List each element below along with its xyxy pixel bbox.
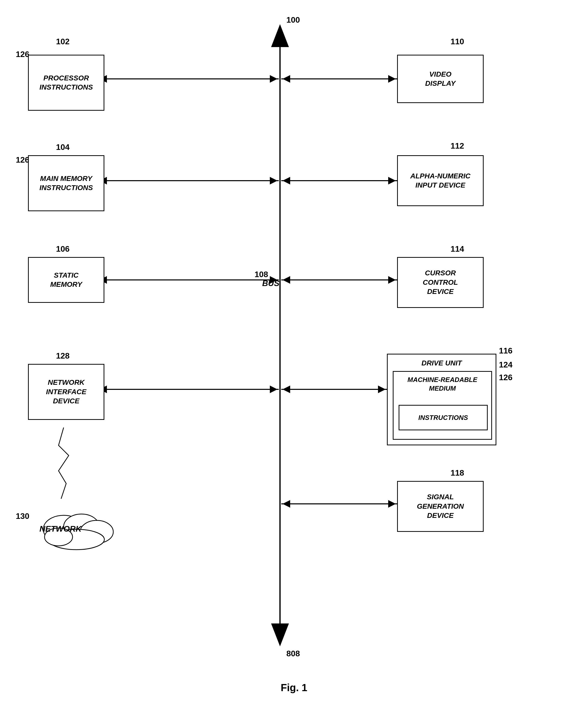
machine-readable-label: MACHINE-READABLE MEDIUM (394, 375, 491, 393)
label-104: 104 (56, 143, 69, 152)
label-128: 128 (56, 351, 69, 361)
svg-marker-7 (282, 75, 290, 83)
video-display-box: VIDEO DISPLAY (397, 55, 484, 103)
label-118: 118 (450, 468, 464, 478)
svg-marker-20 (388, 276, 396, 284)
instructions-box: INSTRUCTIONS (399, 405, 488, 430)
label-126-2: 126 (16, 155, 29, 165)
label-114: 114 (450, 244, 464, 254)
label-102: 102 (56, 37, 69, 46)
svg-marker-19 (282, 276, 290, 284)
label-116: 116 (499, 346, 512, 356)
svg-marker-8 (388, 75, 396, 83)
static-memory-label: STATIC MEMORY (50, 271, 82, 289)
machine-readable-outer-box: MACHINE-READABLE MEDIUM INSTRUCTIONS (393, 371, 492, 440)
network-interface-label: NETWORK INTERFACE DEVICE (46, 378, 87, 406)
label-100: 100 (286, 15, 300, 25)
diagram: 100 102 126 PROCESSOR INSTRUCTIONS 110 V… (0, 0, 588, 711)
cursor-control-box: CURSOR CONTROL DEVICE (397, 257, 484, 308)
label-112: 112 (450, 141, 464, 151)
svg-marker-29 (388, 500, 396, 508)
svg-marker-25 (282, 386, 290, 393)
label-108: 108 (255, 270, 268, 279)
svg-point-32 (80, 520, 113, 543)
video-display-label: VIDEO DISPLAY (425, 70, 455, 88)
network-label: NETWORK (39, 524, 81, 534)
figure-label: Fig. 1 (255, 682, 333, 693)
svg-marker-13 (282, 177, 290, 185)
main-memory-label: MAIN MEMORY INSTRUCTIONS (39, 174, 93, 193)
label-130: 130 (16, 512, 29, 521)
instructions-label: INSTRUCTIONS (418, 414, 468, 422)
svg-marker-14 (388, 177, 396, 185)
signal-generation-box: SIGNAL GENERATION DEVICE (397, 481, 484, 532)
network-interface-box: NETWORK INTERFACE DEVICE (28, 364, 104, 420)
svg-marker-11 (270, 177, 277, 185)
label-106: 106 (56, 244, 69, 254)
svg-marker-26 (378, 386, 386, 393)
svg-marker-1 (271, 24, 289, 47)
processor-box: PROCESSOR INSTRUCTIONS (28, 55, 104, 111)
label-126-1: 126 (16, 50, 29, 59)
svg-marker-28 (282, 500, 290, 508)
label-808: 808 (286, 649, 300, 658)
drive-unit-label: DRIVE UNIT (388, 359, 496, 367)
alpha-numeric-box: ALPHA-NUMERIC INPUT DEVICE (397, 155, 484, 206)
drive-unit-outer-box: DRIVE UNIT MACHINE-READABLE MEDIUM INSTR… (387, 354, 496, 445)
svg-marker-2 (271, 623, 289, 646)
label-124: 124 (499, 360, 512, 369)
label-110: 110 (450, 37, 464, 46)
signal-generation-label: SIGNAL GENERATION DEVICE (417, 492, 464, 520)
main-memory-box: MAIN MEMORY INSTRUCTIONS (28, 155, 104, 211)
processor-label: PROCESSOR INSTRUCTIONS (39, 73, 93, 92)
static-memory-box: STATIC MEMORY (28, 257, 104, 303)
cursor-control-label: CURSOR CONTROL DEVICE (423, 268, 458, 296)
alpha-numeric-label: ALPHA-NUMERIC INPUT DEVICE (410, 172, 470, 190)
label-126-3: 126 (499, 373, 512, 382)
svg-marker-23 (270, 386, 277, 393)
svg-marker-5 (270, 75, 277, 83)
bus-label: BUS (262, 279, 279, 288)
